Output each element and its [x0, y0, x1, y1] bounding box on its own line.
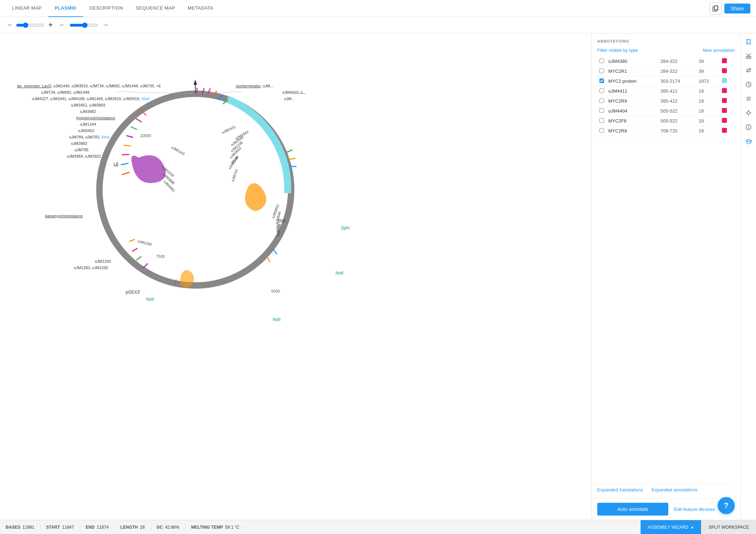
annotation-checkbox[interactable]: [599, 108, 604, 113]
annotation-range: 284-322: [658, 56, 697, 66]
annotation-name: oJM4404: [606, 106, 658, 116]
svg-text:7500: 7500: [156, 254, 165, 258]
annotation-name: oJM4411: [606, 86, 658, 96]
label-ojm3882: oJM3882: [80, 109, 96, 114]
zoom-out-button[interactable]: −: [6, 20, 14, 30]
annotation-row[interactable]: MYC2R9 395-412 18: [597, 96, 735, 106]
end-value: 11874: [97, 525, 109, 530]
svg-text:oJM1292: oJM1292: [137, 239, 152, 246]
annotation-range: 284-322: [658, 66, 697, 76]
toolbar: − + ← →: [0, 17, 756, 33]
label-ojm1293: oJM1293: [95, 259, 111, 263]
annotation-length: 18: [697, 96, 720, 106]
annotation-row[interactable]: MYC2R8 708-725 18: [597, 126, 735, 136]
annotation-row[interactable]: oJM4411 395-412 18: [597, 86, 735, 96]
list-icon-button[interactable]: [742, 93, 755, 106]
annotation-row[interactable]: MYC2R1 284-322 39: [597, 66, 735, 76]
tab-description[interactable]: DESCRIPTION: [83, 0, 129, 17]
end-label: END: [86, 525, 94, 530]
expanded-translations-link[interactable]: Expanded translations: [597, 487, 643, 492]
share-button[interactable]: Share: [724, 4, 750, 13]
gc-value: 42.86%: [165, 525, 180, 530]
annotation-checkbox-cell[interactable]: [597, 86, 606, 96]
label-ojm-right: oJM...: [284, 97, 295, 101]
annotation-row[interactable]: oJM4380 284-322 39: [597, 56, 735, 66]
tab-linear-map[interactable]: LINEAR MAP: [6, 0, 48, 17]
auto-annotate-button[interactable]: Auto annotate: [597, 503, 668, 516]
arrow-right-button[interactable]: →: [100, 20, 111, 30]
zoom-slider-right: [70, 22, 98, 28]
new-annotation-link[interactable]: New annotation: [703, 48, 735, 53]
expanded-annotations-link[interactable]: Expanded annotations: [652, 487, 697, 492]
cut-icon: [745, 53, 752, 61]
annotation-checkbox[interactable]: [599, 118, 604, 123]
status-end: END 11874: [80, 525, 115, 530]
transfer-icon-button[interactable]: [742, 65, 755, 77]
annotation-color-cell: [720, 106, 735, 116]
clock-icon-button[interactable]: [742, 79, 755, 92]
annotation-checkbox-cell[interactable]: [597, 76, 606, 86]
annotation-checkbox-cell[interactable]: [597, 106, 606, 116]
info-icon-button[interactable]: [742, 121, 755, 134]
label-ojm3983: oJM3983: [71, 141, 87, 146]
clock-icon: [745, 81, 752, 89]
split-workspace-button[interactable]: SPLIT WORKSPACE: [701, 520, 756, 534]
annotation-color-swatch: [722, 118, 727, 123]
svg-rect-2: [714, 6, 718, 10]
annotation-length: 39: [697, 56, 720, 66]
svg-point-60: [749, 56, 751, 59]
edit-libraries-link[interactable]: Edit feature libraries: [674, 507, 715, 512]
svg-text:oJM1243: oJM1243: [171, 145, 186, 156]
annotation-checkbox[interactable]: [599, 128, 604, 133]
filter-visible-link[interactable]: Filter visible by type: [597, 48, 638, 53]
svg-point-59: [746, 56, 748, 59]
plasmid-canvas[interactable]: 10000 7500 5000 oJM2431 oJM1843 oJM2544 …: [0, 33, 591, 520]
annotation-row[interactable]: MYC2 protein 303-2174 1872: [597, 76, 735, 86]
annotation-range: 395-412: [658, 86, 697, 96]
annotation-checkbox-cell[interactable]: [597, 96, 606, 106]
arrow-left-button[interactable]: ←: [57, 20, 67, 30]
zoom-slider-input-right[interactable]: [70, 22, 98, 28]
gc-label: GC: [157, 525, 163, 530]
svg-line-22: [122, 172, 130, 175]
annotation-length: 18: [697, 116, 720, 126]
annotation-row[interactable]: oJM4404 505-522 18: [597, 106, 735, 116]
annotation-checkbox-cell[interactable]: [597, 56, 606, 66]
help-button[interactable]: ?: [718, 497, 735, 514]
annotation-color-swatch: [722, 88, 727, 93]
graduate-icon-button[interactable]: [742, 136, 755, 148]
tab-sequence-map[interactable]: SEQUENCE MAP: [129, 0, 181, 17]
svg-line-12: [287, 150, 293, 152]
annotation-checkbox[interactable]: [599, 88, 604, 93]
annotation-length: 18: [697, 86, 720, 96]
svg-marker-5: [194, 80, 197, 85]
annotation-color-cell: [720, 96, 735, 106]
annotation-range: 395-412: [658, 96, 697, 106]
annotation-checkbox-cell[interactable]: [597, 126, 606, 136]
tab-metadata[interactable]: METADATA: [181, 0, 220, 17]
svg-line-11: [197, 88, 197, 94]
zoom-slider-input-left[interactable]: [16, 22, 44, 28]
crosshair-icon-button[interactable]: [742, 107, 755, 120]
svg-line-27: [273, 249, 277, 254]
tab-plasmid[interactable]: PLASMID: [48, 0, 83, 17]
annotation-checkbox[interactable]: [599, 98, 604, 103]
bookmark-icon-button[interactable]: [742, 36, 755, 49]
annotation-checkbox-cell[interactable]: [597, 66, 606, 76]
svg-text:oJM2431: oJM2431: [221, 125, 236, 135]
annotation-checkbox[interactable]: [599, 59, 604, 63]
zoom-in-button[interactable]: +: [47, 20, 55, 31]
annotation-checkbox[interactable]: [599, 78, 604, 83]
svg-text:NotI: NotI: [336, 271, 343, 276]
assembly-wizard-button[interactable]: ASSEMBLY WIZARD ▲: [641, 520, 701, 534]
bases-value: 11891: [22, 525, 34, 530]
annotation-row[interactable]: MYC2F8 505-522 18: [597, 116, 735, 126]
annotation-color-cell: [720, 66, 735, 76]
annotation-checkbox-cell[interactable]: [597, 116, 606, 126]
svg-text:5000: 5000: [271, 289, 280, 293]
copy-icon-button[interactable]: [709, 2, 722, 15]
cut-icon-button[interactable]: [742, 50, 755, 63]
annotation-checkbox[interactable]: [599, 69, 604, 73]
annotation-name: MYC2F8: [606, 116, 658, 126]
svg-text:SphI: SphI: [341, 225, 350, 230]
